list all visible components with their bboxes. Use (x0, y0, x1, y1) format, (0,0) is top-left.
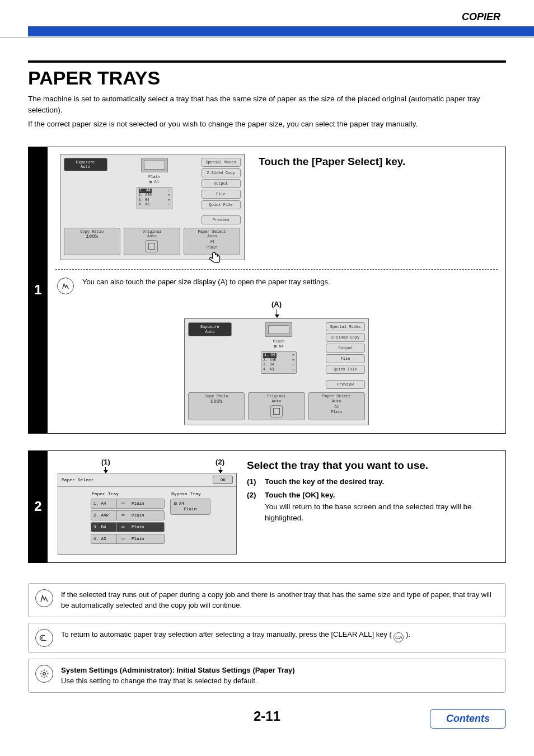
note-2-text: To return to automatic paper tray select… (61, 629, 499, 643)
paper-tray-column-label: Paper Tray (92, 491, 165, 496)
step-1-note: You can also touch the paper size displa… (82, 276, 498, 288)
step-1-separator (55, 269, 498, 270)
special-modes-button-2[interactable]: Special Modes (326, 322, 365, 331)
step-1-heading: Touch the [Paper Select] key. (259, 154, 498, 170)
tray-1-button[interactable]: 1. A4 ▭ Plain (91, 499, 165, 509)
quick-file-button-2[interactable]: Quick File (326, 365, 365, 374)
output-button[interactable]: Output (202, 179, 241, 188)
bypass-tray-button[interactable]: ▤ A4 Plain (170, 499, 210, 515)
two-sided-copy-button[interactable]: 2-Sided Copy (202, 168, 241, 177)
paper-select-screen: Paper Select OK Paper Tray 1. A4 ▭ Plain (58, 473, 237, 555)
note-box-1: If the selected tray runs out of paper d… (28, 583, 506, 617)
tray-list-mini-2[interactable]: 1. A4▭ 2. A4R▭ 3. B4▭ 4. A3▭ (261, 351, 297, 374)
tray-2-button[interactable]: 2. A4R ▭ Plain (91, 510, 165, 520)
pencil-note-icon (35, 589, 53, 607)
file-button-2[interactable]: File (326, 354, 365, 363)
substep-2-num: (2) (247, 490, 256, 501)
document-icon (141, 158, 168, 172)
paper-select-title: Paper Select (62, 477, 94, 482)
exposure-key[interactable]: Exposure Auto (64, 158, 107, 172)
two-sided-copy-button-2[interactable]: 2-Sided Copy (326, 333, 365, 342)
bypass-tray-column-label: Bypass Tray (171, 491, 210, 496)
quick-file-button[interactable]: Quick File (202, 200, 241, 209)
step-number-2: 2 (29, 451, 48, 562)
special-modes-button[interactable]: Special Modes (202, 158, 241, 167)
clear-all-key-icon: CA (394, 632, 404, 642)
original-key-2[interactable]: Original Auto (248, 392, 305, 420)
header-blue-bar (28, 26, 534, 36)
callout-a-label: (A) (184, 300, 369, 308)
copier-screen-1: Exposure Auto Plain ▤ A4 (60, 154, 245, 261)
preview-button-2[interactable]: Preview (326, 380, 365, 389)
svg-point-0 (43, 672, 46, 675)
file-button[interactable]: File (202, 190, 241, 199)
step-number-1: 1 (29, 147, 48, 433)
original-key[interactable]: Original Auto (124, 228, 180, 256)
tray-list-mini[interactable]: 1. A4▭ 2. A4R▭ 3. B4▭ 4. A3▭ (137, 187, 172, 209)
substep-2-head: Touch the [OK] key. (265, 491, 335, 499)
substep-1-num: (1) (247, 476, 256, 487)
touch-finger-icon (209, 251, 223, 266)
output-button-2[interactable]: Output (326, 344, 365, 353)
step-2-heading: Select the tray that you want to use. (247, 458, 498, 473)
note-3-text: System Settings (Administrator): Initial… (61, 665, 499, 687)
ok-button[interactable]: OK (213, 476, 233, 484)
paper-select-key-2[interactable]: Paper Select Auto A4 Plain (308, 392, 365, 420)
note-1-text: If the selected tray runs out of paper d… (61, 589, 499, 611)
title-rule (28, 60, 506, 63)
step-1-block: 1 Exposure Auto (28, 147, 506, 434)
contents-button[interactable]: Contents (430, 709, 506, 729)
preview-button[interactable]: Preview (202, 215, 241, 224)
copier-screen-2: Exposure Auto Plain ▤ A4 (184, 318, 369, 425)
tray-4-button[interactable]: 4. A3 ▭ Plain (91, 534, 165, 544)
copy-ratio-key-2[interactable]: Copy Ratio 100% (188, 392, 245, 420)
document-icon-2 (265, 322, 292, 337)
exposure-key-2[interactable]: Exposure Auto (188, 322, 232, 336)
note-icon (57, 278, 74, 294)
substep-1-head: Touch the key of the desired tray. (265, 477, 384, 486)
header-underline (0, 37, 534, 38)
callout-1: (1) (101, 458, 110, 473)
copy-ratio-key[interactable]: Copy Ratio 100% (64, 228, 120, 256)
note-box-2: To return to automatic paper tray select… (28, 623, 506, 653)
page-title: PAPER TRAYS (28, 67, 506, 89)
note-box-3: System Settings (Administrator): Initial… (28, 659, 506, 693)
return-icon (35, 629, 53, 647)
callout-2: (2) (216, 458, 224, 473)
substep-2-sub: You will return to the base screen and t… (265, 501, 498, 523)
step-2-block: 2 (1) (2) Paper Select OK (28, 450, 506, 563)
paper-info-2: Plain ▤ A4 (235, 339, 322, 349)
paper-info: Plain ▤ A4 (111, 175, 198, 185)
intro-line-2: If the correct paper size is not selecte… (28, 119, 506, 130)
gear-icon (35, 665, 53, 683)
tray-3-button[interactable]: 3. B4 ▭ Plain (91, 522, 165, 532)
paper-select-key[interactable]: Paper Select Auto A4 Plain (184, 228, 240, 256)
intro-line-1: The machine is set to automatically sele… (28, 93, 506, 115)
section-header: COPIER (28, 11, 506, 23)
